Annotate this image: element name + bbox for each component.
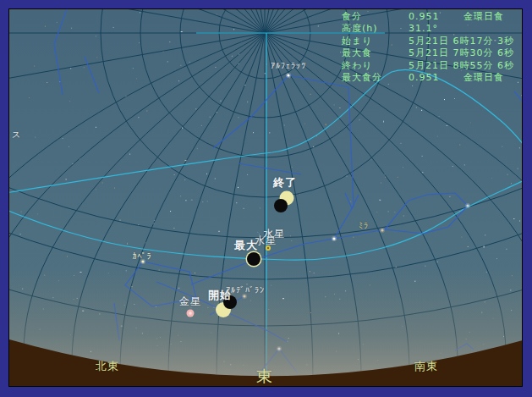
star-dot (269, 132, 270, 133)
star-dot (207, 201, 208, 201)
star-dot (259, 234, 260, 234)
star-dot (59, 81, 60, 82)
star-dot (239, 54, 239, 55)
star-dot (521, 95, 522, 96)
star-dot (136, 78, 137, 79)
star-dot (290, 235, 291, 236)
star-dot (181, 31, 183, 32)
star-dot (163, 52, 164, 52)
star-dot (153, 223, 154, 224)
star-dot (37, 213, 38, 214)
star-dot (178, 80, 179, 81)
star-dot (215, 178, 216, 179)
star-dot (182, 128, 183, 129)
star-dot (185, 160, 187, 161)
info-row-5: 最大食分0.951金環日食 (342, 72, 514, 84)
mira-star-halo (380, 228, 385, 233)
star-dot (459, 211, 460, 212)
star-dot (96, 57, 97, 58)
star-dot (247, 101, 248, 102)
star-dot (437, 136, 438, 137)
star-dot (518, 168, 518, 169)
star-dot (284, 125, 285, 126)
star-dot (244, 85, 245, 85)
info-value: 5月21日 6時17分 3秒 (409, 36, 514, 47)
star-dot (80, 158, 80, 159)
star-dot (96, 36, 96, 36)
star-dot (398, 177, 398, 178)
star-dot (66, 179, 67, 179)
star-dot (449, 196, 450, 197)
star-dot (191, 200, 193, 201)
info-value: 31.1° (409, 23, 463, 35)
venus-core (189, 312, 192, 315)
star-dot (57, 22, 58, 23)
star-dot (381, 183, 381, 184)
star-dot (180, 196, 181, 196)
star-dot (347, 176, 348, 177)
star-dot (34, 66, 35, 67)
info-label: 食分 (342, 11, 409, 23)
star-dot (154, 220, 155, 221)
star-dot (184, 179, 185, 180)
star-dot (282, 183, 283, 184)
info-value: 0.951 (409, 11, 463, 23)
star-dot (425, 266, 425, 267)
bright-star-3-halo (465, 203, 470, 208)
star-dot (444, 99, 445, 100)
info-label: 高度(h) (342, 23, 409, 35)
star-dot (421, 110, 422, 111)
star-dot (484, 246, 485, 248)
star-dot (394, 212, 395, 212)
star-dot (310, 94, 311, 95)
star-dot (376, 212, 377, 212)
star-dot (253, 132, 254, 133)
star-dot (359, 119, 360, 120)
star-dot (218, 231, 220, 232)
star-dot (371, 159, 372, 160)
star-dot (459, 145, 460, 146)
star-dot (416, 108, 417, 108)
star-dot (217, 14, 217, 15)
star-dot (506, 249, 507, 250)
star-dot (133, 68, 134, 69)
star-dot (326, 124, 326, 125)
eclipse-info-rows: 食分0.951金環日食高度(h)31.1°始まり5月21日 6時17分 3秒最大… (342, 11, 514, 84)
star-dot (220, 101, 222, 102)
star-dot (127, 243, 128, 245)
star-dot (507, 174, 508, 175)
info-extra: 金環日食 (463, 72, 504, 84)
star-dot (496, 258, 497, 259)
star-dot (385, 177, 386, 178)
star-dot (464, 164, 465, 165)
star-dot (173, 228, 174, 229)
star-dot (350, 201, 351, 202)
info-label: 最大食 (342, 47, 409, 59)
eclipse-end-moon (274, 199, 288, 212)
star-dot (260, 207, 261, 208)
star-dot (461, 237, 462, 238)
star-dot (217, 112, 217, 113)
info-label: 最大食分 (342, 72, 409, 84)
info-extra: 金環日食 (463, 11, 504, 23)
star-dot (502, 146, 502, 147)
star-dot (236, 202, 237, 203)
star-dot (383, 121, 384, 123)
star-dot (69, 101, 70, 102)
star-dot (21, 212, 22, 212)
alpheratz-star-halo (286, 73, 291, 78)
star-dot (299, 194, 300, 195)
sky-map[interactable]: 終了最大開始水星水星金星ｱﾙﾌｪﾗｯﾂｶﾍﾟﾗｱﾙﾃﾞﾊﾞﾗﾝﾐﾗリス北東東南東… (8, 8, 523, 387)
star-dot (388, 211, 389, 212)
star-dot (412, 85, 413, 86)
star-dot (114, 188, 115, 189)
star-dot (197, 148, 198, 149)
star-dot (401, 143, 402, 144)
star-dot (452, 166, 453, 167)
star-dot (138, 117, 139, 118)
star-dot (102, 183, 103, 184)
star-dot (96, 189, 96, 190)
star-dot (403, 216, 404, 217)
star-dot (238, 117, 239, 118)
star-dot (201, 125, 202, 126)
